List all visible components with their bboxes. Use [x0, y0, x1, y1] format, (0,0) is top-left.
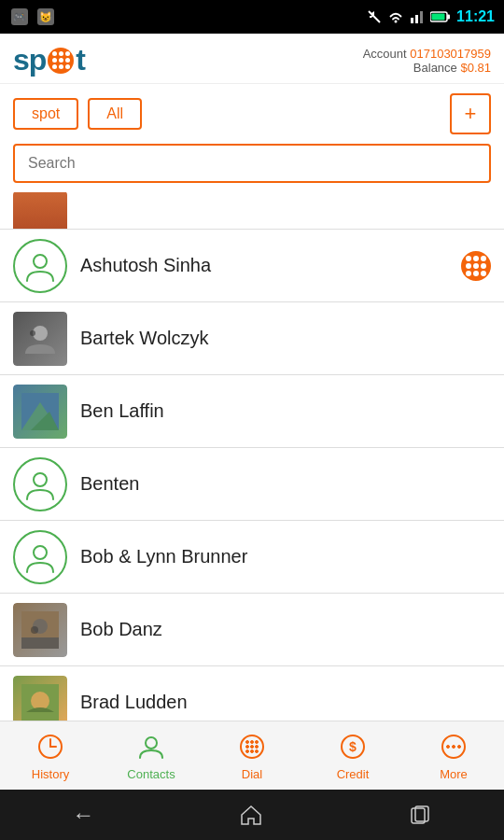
photo-icon	[21, 611, 59, 649]
search-input[interactable]	[13, 144, 491, 183]
contact-name: Brad Ludden	[80, 692, 491, 713]
logo-text-t: t	[76, 43, 85, 77]
nav-contacts-label: Contacts	[127, 767, 175, 781]
svg-point-17	[34, 473, 47, 486]
more-icon	[437, 730, 470, 763]
nav-item-contacts[interactable]: Contacts	[101, 730, 202, 781]
list-item[interactable]: Bob Danz	[0, 594, 504, 666]
svg-point-36	[246, 750, 249, 753]
nav-item-credit[interactable]: $ Credit	[302, 730, 403, 781]
nav-item-history[interactable]: History	[0, 730, 101, 781]
mute-icon	[367, 9, 382, 24]
avatar	[13, 312, 67, 366]
history-icon	[34, 730, 67, 763]
contact-name: Bob Danz	[80, 619, 491, 640]
nav-history-label: History	[32, 767, 69, 781]
nav-credit-label: Credit	[337, 767, 370, 781]
svg-point-28	[146, 737, 157, 749]
person-silhouette-icon	[21, 320, 59, 357]
svg-point-37	[251, 750, 254, 753]
svg-point-33	[246, 746, 249, 749]
back-button[interactable]: ←	[72, 802, 94, 828]
avatar	[13, 603, 67, 657]
balance-value: $0.81	[460, 61, 491, 75]
contacts-list: Ashutosh Sinha Bartek Wolczyk	[0, 192, 504, 750]
logo-text-sp: sp	[13, 43, 46, 77]
svg-point-18	[34, 546, 47, 559]
account-info: Account 017103017959 Balance $0.81	[363, 47, 491, 75]
avatar	[13, 530, 67, 584]
svg-point-42	[447, 746, 450, 749]
svg-rect-10	[432, 14, 445, 21]
status-time: 11:21	[456, 8, 495, 25]
contact-name: Bartek Wolczyk	[80, 328, 491, 349]
search-bar	[0, 144, 504, 192]
bottom-nav: History Contacts	[0, 721, 504, 790]
svg-text:😺: 😺	[39, 10, 52, 23]
svg-rect-7	[420, 11, 423, 23]
partial-avatar	[13, 192, 67, 230]
list-item[interactable]: Benten	[0, 448, 504, 521]
svg-point-30	[246, 741, 249, 744]
nav-item-more[interactable]: More	[403, 730, 504, 781]
svg-text:$: $	[349, 739, 357, 754]
person-icon	[23, 468, 57, 501]
status-bar-right: 11:21	[367, 8, 495, 25]
recent-apps-button[interactable]	[408, 803, 432, 827]
svg-rect-21	[21, 637, 59, 649]
svg-point-22	[31, 626, 38, 634]
list-item[interactable]: Ashutosh Sinha	[0, 230, 504, 302]
logo-dot-icon	[48, 48, 74, 74]
contact-name: Benten	[80, 473, 491, 495]
svg-point-13	[30, 330, 35, 336]
person-icon	[23, 249, 57, 283]
photo-icon	[21, 684, 59, 721]
contact-dots-icon[interactable]	[461, 251, 491, 281]
list-item[interactable]: Ben Laffin	[0, 375, 504, 448]
contact-name: Ben Laffin	[80, 400, 491, 422]
account-label: Account	[363, 47, 407, 61]
filter-all-button[interactable]: All	[88, 98, 142, 130]
account-number: 017103017959	[410, 47, 491, 61]
svg-rect-5	[411, 18, 413, 23]
svg-point-32	[256, 741, 259, 744]
header: sp t Account 017103017959 Balance $0.81	[0, 34, 504, 84]
svg-point-43	[453, 746, 455, 749]
filter-spot-button[interactable]: spot	[13, 98, 78, 130]
svg-point-35	[256, 746, 259, 749]
nav-dial-label: Dial	[242, 767, 262, 781]
avatar	[13, 385, 67, 439]
svg-rect-6	[415, 15, 418, 23]
battery-icon	[430, 10, 451, 23]
svg-text:🎮: 🎮	[13, 10, 26, 23]
svg-point-11	[34, 255, 47, 268]
svg-point-38	[256, 750, 259, 753]
status-bar-left: 🎮 😺	[9, 7, 56, 27]
signal-icon	[410, 9, 425, 24]
home-button[interactable]	[239, 803, 263, 827]
contacts-icon	[134, 730, 168, 763]
status-bar: 🎮 😺 11:21	[0, 0, 504, 34]
svg-point-31	[251, 741, 254, 744]
avatar	[13, 457, 67, 511]
add-contact-button[interactable]: +	[450, 93, 491, 134]
credit-icon: $	[336, 730, 370, 763]
nav-item-dial[interactable]: Dial	[202, 730, 302, 781]
logo: sp t	[13, 43, 85, 77]
svg-rect-9	[447, 15, 450, 20]
balance-label: Balance	[413, 61, 457, 75]
wifi-icon	[387, 9, 404, 24]
list-item[interactable]: Bartek Wolczyk	[0, 302, 504, 375]
contact-name: Bob & Lynn Brunner	[80, 546, 491, 567]
contact-name: Ashutosh Sinha	[80, 255, 461, 276]
mountain-icon	[21, 393, 59, 430]
svg-point-44	[458, 746, 461, 749]
person-icon	[23, 540, 57, 574]
app-icon-1: 🎮	[9, 7, 30, 27]
avatar	[13, 239, 67, 293]
dial-icon	[235, 730, 269, 763]
list-item[interactable]: Bob & Lynn Brunner	[0, 521, 504, 594]
partial-contact	[0, 192, 504, 230]
filter-bar: spot All +	[0, 84, 504, 144]
svg-point-34	[251, 746, 254, 749]
